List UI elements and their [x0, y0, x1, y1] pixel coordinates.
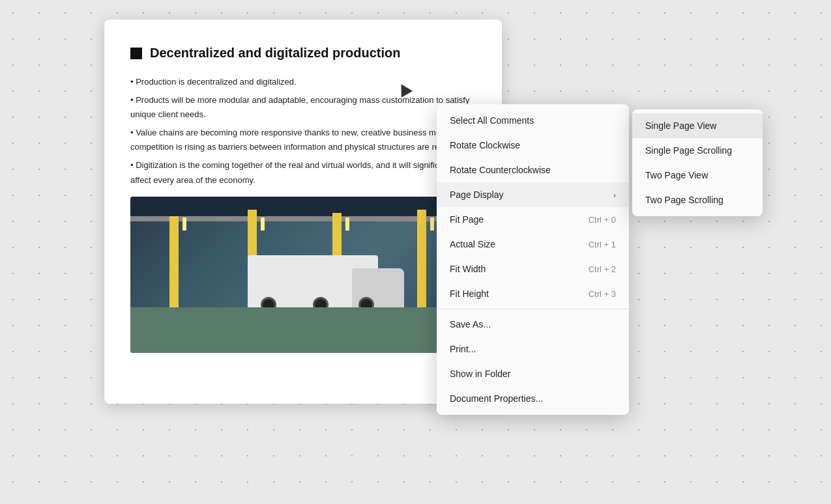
menu-item-fit-page[interactable]: Fit Page Ctrl + 0: [437, 207, 629, 232]
menu-label-rotate-counterclockwise: Rotate Counterclockwise: [450, 165, 551, 175]
menu-item-actual-size[interactable]: Actual Size Ctrl + 1: [437, 232, 629, 257]
submenu-item-two-page-scrolling[interactable]: Two Page Scrolling: [632, 188, 763, 212]
submenu-label-two-page-scrolling: Two Page Scrolling: [645, 195, 723, 205]
factory-image: [130, 197, 476, 353]
submenu-label-single-page-scrolling: Single Page Scrolling: [645, 145, 732, 156]
menu-item-select-all-comments[interactable]: Select All Comments: [437, 108, 629, 133]
context-menu: Select All Comments Rotate Clockwise Rot…: [437, 104, 629, 415]
menu-item-rotate-counterclockwise[interactable]: Rotate Counterclockwise: [437, 158, 629, 182]
menu-label-select-all-comments: Select All Comments: [450, 115, 534, 126]
chevron-right-icon: ›: [613, 190, 616, 200]
shortcut-fit-height: Ctrl + 3: [589, 289, 616, 299]
shortcut-fit-width: Ctrl + 2: [589, 264, 616, 274]
submenu-item-single-page-scrolling[interactable]: Single Page Scrolling: [632, 138, 763, 163]
title-icon: [130, 48, 142, 59]
menu-item-document-properties[interactable]: Document Properties...: [437, 386, 629, 411]
pdf-paragraph-3: • Value chains are becoming more respons…: [130, 126, 476, 154]
menu-divider-1: [437, 309, 629, 309]
menu-label-page-display: Page Display: [450, 189, 504, 200]
menu-item-rotate-clockwise[interactable]: Rotate Clockwise: [437, 133, 629, 158]
menu-item-print[interactable]: Print...: [437, 337, 629, 361]
shortcut-actual-size: Ctrl + 1: [589, 240, 616, 249]
menu-label-show-in-folder: Show in Folder: [450, 369, 510, 379]
pdf-title-text: Decentralized and digitalized production: [150, 46, 400, 61]
pdf-paragraph-2: • Products will be more modular and adap…: [130, 93, 476, 122]
pdf-paragraph-4: • Digitization is the coming together of…: [130, 158, 476, 187]
submenu-label-two-page-view: Two Page View: [645, 170, 708, 180]
pdf-paragraph-1: • Production is decentralized and digita…: [130, 75, 476, 89]
submenu-item-two-page-view[interactable]: Two Page View: [632, 163, 763, 188]
submenu-label-single-page-view: Single Page View: [645, 120, 716, 131]
menu-label-fit-width: Fit Width: [450, 264, 486, 274]
menu-label-print: Print...: [450, 344, 476, 354]
menu-label-rotate-clockwise: Rotate Clockwise: [450, 140, 520, 150]
menu-label-document-properties: Document Properties...: [450, 393, 543, 404]
shortcut-fit-page: Ctrl + 0: [589, 215, 616, 225]
menu-item-show-in-folder[interactable]: Show in Folder: [437, 361, 629, 386]
menu-label-save-as: Save As...: [450, 319, 491, 329]
menu-item-page-display[interactable]: Page Display ›: [437, 182, 629, 207]
submenu-page-display: Single Page View Single Page Scrolling T…: [632, 109, 763, 216]
menu-item-fit-height[interactable]: Fit Height Ctrl + 3: [437, 281, 629, 306]
menu-item-fit-width[interactable]: Fit Width Ctrl + 2: [437, 257, 629, 281]
menu-label-fit-page: Fit Page: [450, 214, 484, 225]
submenu-item-single-page-view[interactable]: Single Page View: [632, 113, 763, 138]
menu-label-fit-height: Fit Height: [450, 288, 489, 299]
pdf-title-row: Decentralized and digitalized production: [130, 46, 476, 61]
menu-item-save-as[interactable]: Save As...: [437, 312, 629, 337]
menu-label-actual-size: Actual Size: [450, 239, 495, 249]
